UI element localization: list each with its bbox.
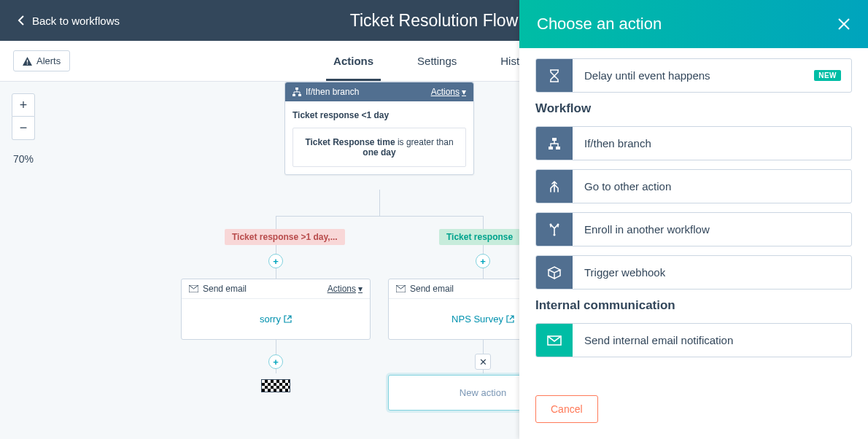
- email-actions-dropdown[interactable]: Actions ▾: [328, 284, 363, 294]
- add-action-button[interactable]: +: [476, 254, 490, 268]
- action-goto-other[interactable]: Go to other action: [535, 169, 852, 203]
- action-label: Trigger webhook: [573, 256, 851, 289]
- branch-label-left[interactable]: Ticket response >1 day,...: [225, 229, 345, 245]
- sitemap-icon: [292, 88, 301, 96]
- svg-rect-3: [292, 94, 295, 96]
- chevron-left-icon: [18, 15, 25, 26]
- zoom-level: 70%: [13, 153, 34, 165]
- section-workflow-heading: Workflow: [535, 101, 852, 116]
- svg-rect-4: [298, 94, 301, 96]
- envelope-icon: [396, 285, 406, 292]
- svg-rect-1: [27, 63, 28, 64]
- email-node-header: Send email Actions ▾: [182, 279, 370, 299]
- external-link-icon: [284, 315, 292, 323]
- caret-down-icon: ▾: [462, 87, 466, 97]
- external-link-icon: [506, 315, 514, 323]
- tab-actions[interactable]: Actions: [333, 41, 373, 81]
- connector: [483, 216, 484, 279]
- choose-action-panel: Choose an action Delay until event happe…: [519, 0, 868, 439]
- svg-point-12: [554, 233, 556, 236]
- branch-rule: Ticket Response time is greater than one…: [292, 128, 466, 167]
- email-node-body: sorry: [182, 299, 370, 339]
- envelope-icon: [536, 324, 573, 357]
- alert-icon: [23, 57, 32, 66]
- action-label: Enroll in another workflow: [573, 213, 851, 246]
- back-label: Back to workflows: [32, 15, 120, 27]
- cancel-button[interactable]: Cancel: [535, 395, 598, 423]
- merge-icon: [536, 170, 573, 203]
- svg-rect-0: [27, 60, 28, 63]
- svg-rect-9: [556, 147, 560, 149]
- action-label: Go to other action: [573, 170, 851, 203]
- action-enroll-workflow[interactable]: Enroll in another workflow: [535, 212, 852, 246]
- remove-placeholder-button[interactable]: ✕: [475, 354, 491, 370]
- connector: [276, 216, 483, 217]
- connector: [276, 216, 276, 279]
- email-node-type: Send email: [203, 284, 247, 294]
- zoom-controls: + − 70%: [12, 93, 35, 165]
- tabs: Actions Settings History: [333, 41, 535, 81]
- split-icon: [536, 213, 573, 246]
- action-trigger-webhook[interactable]: Trigger webhook: [535, 255, 852, 290]
- action-internal-email[interactable]: Send internal email notification: [535, 323, 852, 357]
- zoom-in-button[interactable]: +: [12, 93, 35, 117]
- email-template-link[interactable]: NPS Survey: [452, 314, 514, 325]
- add-action-button[interactable]: +: [268, 354, 283, 369]
- envelope-icon: [189, 285, 198, 292]
- add-action-button[interactable]: +: [268, 254, 283, 268]
- panel-footer: Cancel: [519, 384, 868, 439]
- back-link[interactable]: Back to workflows: [18, 15, 120, 27]
- svg-point-11: [557, 223, 559, 225]
- zoom-out-button[interactable]: −: [12, 117, 35, 140]
- panel-title: Choose an action: [537, 15, 662, 34]
- alerts-button[interactable]: Alerts: [13, 50, 70, 71]
- svg-rect-7: [552, 138, 557, 141]
- new-badge: NEW: [814, 70, 841, 81]
- sitemap-icon: [536, 127, 573, 160]
- alerts-label: Alerts: [36, 55, 61, 66]
- close-icon[interactable]: [837, 18, 850, 31]
- branch-body: Ticket response <1 day Ticket Response t…: [285, 101, 473, 174]
- panel-body: Delay until event happens NEW Workflow I…: [519, 48, 868, 384]
- page-title: Ticket Resolution Flow: [350, 11, 519, 31]
- ifthen-branch-node[interactable]: If/then branch Actions ▾ Ticket response…: [284, 82, 474, 175]
- svg-rect-2: [295, 88, 298, 90]
- action-label: Send internal email notification: [573, 324, 851, 357]
- action-delay-until-event[interactable]: Delay until event happens NEW: [535, 58, 852, 93]
- cube-icon: [536, 256, 573, 289]
- email-node-type: Send email: [410, 284, 454, 294]
- hourglass-icon: [536, 59, 573, 92]
- branch-node-header: If/then branch Actions ▾: [285, 82, 473, 101]
- connector: [379, 190, 380, 216]
- branch-label-right[interactable]: Ticket response: [439, 229, 520, 245]
- branch-type-label: If/then branch: [306, 87, 359, 97]
- action-ifthen-branch[interactable]: If/then branch: [535, 126, 852, 160]
- section-internal-heading: Internal communication: [535, 298, 852, 313]
- panel-header: Choose an action: [519, 0, 868, 48]
- send-email-node-left[interactable]: Send email Actions ▾ sorry: [181, 279, 371, 340]
- email-template-link[interactable]: sorry: [260, 314, 292, 325]
- svg-point-10: [550, 223, 552, 225]
- branch-actions-dropdown[interactable]: Actions ▾: [431, 87, 466, 97]
- caret-down-icon: ▾: [358, 284, 363, 294]
- tab-settings[interactable]: Settings: [417, 41, 457, 81]
- branch-subtitle: Ticket response <1 day: [292, 110, 466, 120]
- action-label: If/then branch: [573, 127, 851, 160]
- action-label: Delay until event happens: [573, 59, 814, 92]
- svg-rect-8: [549, 147, 553, 149]
- end-flag-icon: [261, 379, 290, 392]
